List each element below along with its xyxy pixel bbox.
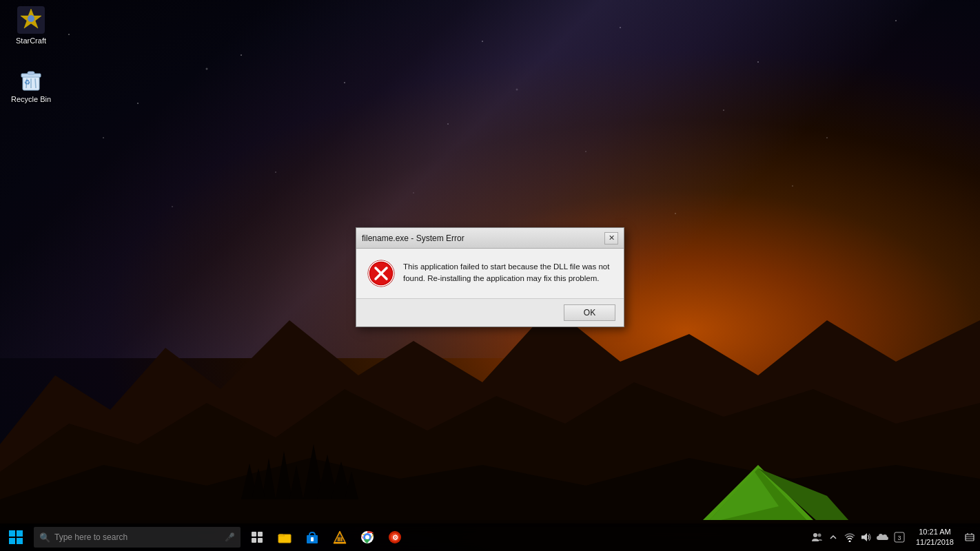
svg-rect-33 — [258, 532, 263, 537]
taskbar-right: 3 10:21 AM 11/21/2018 — [806, 523, 980, 551]
svg-rect-38 — [311, 537, 314, 541]
dialog-message: This application failed to start because… — [403, 260, 613, 285]
desktop: StarCraft ♻ — [0, 0, 980, 551]
clock-time: 10:21 AM — [919, 527, 950, 537]
svg-point-46 — [365, 535, 369, 539]
store-button[interactable] — [298, 523, 326, 551]
people-icon[interactable] — [808, 523, 825, 551]
svg-rect-56 — [966, 534, 974, 541]
starcraft-label: StarCraft — [16, 37, 46, 45]
svg-rect-42 — [340, 537, 341, 541]
svg-point-19 — [28, 15, 34, 22]
chrome-button[interactable] — [354, 523, 381, 551]
error-dialog: filename.exe - System Error ✕ This appli… — [356, 227, 624, 327]
windows-logo-icon — [9, 530, 23, 544]
svg-rect-43 — [341, 537, 343, 541]
svg-marker-53 — [861, 533, 867, 541]
search-icon: 🔍 — [39, 532, 50, 543]
svg-text:3: 3 — [897, 534, 901, 541]
desktop-icon-recycle-bin[interactable]: ♻ Recycle Bin — [3, 62, 59, 107]
svg-rect-32 — [252, 532, 256, 537]
desktop-icon-starcraft[interactable]: StarCraft — [3, 3, 59, 48]
svg-rect-34 — [252, 538, 256, 543]
dialog-close-button[interactable]: ✕ — [604, 232, 618, 245]
dialog-title: filename.exe - System Error — [362, 233, 465, 243]
file-explorer-button[interactable] — [271, 523, 298, 551]
media-player-button[interactable] — [326, 523, 354, 551]
error-icon — [367, 260, 395, 287]
recycle-bin-label: Recycle Bin — [11, 95, 51, 104]
svg-point-52 — [848, 541, 850, 543]
onedrive-icon[interactable] — [875, 523, 891, 551]
system-tray: 3 — [806, 523, 910, 551]
app-button[interactable]: ⚙ — [381, 523, 409, 551]
svg-text:♻: ♻ — [24, 79, 30, 86]
taskbar: 🔍 🎤 — [0, 523, 980, 551]
search-bar[interactable]: 🔍 🎤 — [34, 527, 241, 548]
svg-rect-22 — [28, 72, 34, 74]
volume-icon[interactable] — [858, 523, 875, 551]
dialog-footer: OK — [356, 298, 624, 326]
ok-button[interactable]: OK — [564, 304, 615, 321]
recycle-bin-icon: ♻ — [17, 65, 45, 92]
task-view-button[interactable] — [243, 523, 271, 551]
dialog-titlebar: filename.exe - System Error ✕ — [356, 228, 624, 249]
clock-date: 11/21/2018 — [916, 537, 954, 548]
svg-line-25 — [35, 79, 36, 88]
svg-rect-41 — [338, 537, 339, 541]
badge-icon[interactable]: 3 — [891, 523, 908, 551]
start-button[interactable] — [0, 523, 31, 551]
search-input[interactable] — [54, 532, 206, 542]
dialog-body: This application failed to start because… — [356, 249, 624, 293]
starcraft-icon — [17, 6, 45, 34]
notification-center-button[interactable] — [959, 523, 980, 551]
svg-text:⚙: ⚙ — [392, 534, 398, 541]
svg-point-50 — [813, 533, 817, 537]
show-hidden-icons[interactable] — [825, 523, 841, 551]
clock[interactable]: 10:21 AM 11/21/2018 — [910, 523, 959, 551]
wifi-icon[interactable] — [841, 523, 858, 551]
svg-point-51 — [817, 534, 821, 537]
microphone-icon: 🎤 — [225, 532, 235, 542]
svg-rect-35 — [258, 538, 263, 543]
